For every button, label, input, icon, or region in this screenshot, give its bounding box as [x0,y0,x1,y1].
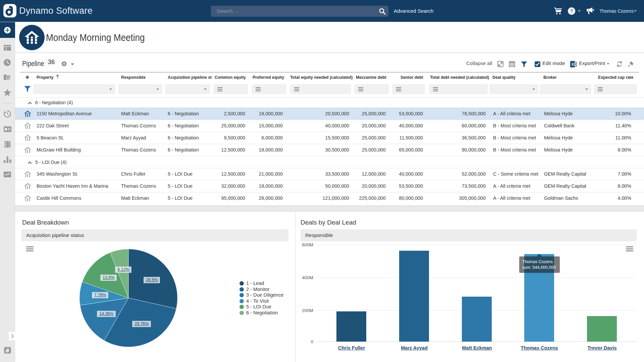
svg-text:?: ? [570,8,573,14]
svg-text:X: X [572,63,574,66]
